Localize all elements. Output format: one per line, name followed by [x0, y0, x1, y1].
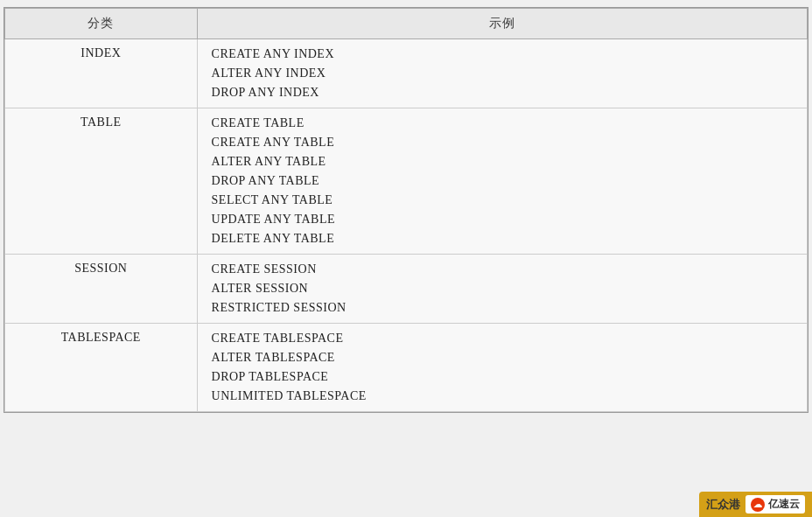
- table-row: INDEXCREATE ANY INDEXALTER ANY INDEXDROP…: [5, 39, 808, 108]
- example-cell: CREATE TABLESPACEALTER TABLESPACEDROP TA…: [197, 324, 807, 412]
- example-item: CREATE ANY TABLE: [212, 133, 793, 152]
- header-category: 分类: [5, 9, 198, 39]
- category-cell: TABLE: [5, 108, 198, 255]
- table-row: TABLECREATE TABLECREATE ANY TABLEALTER A…: [5, 108, 808, 255]
- category-cell: SESSION: [5, 255, 198, 324]
- main-table-container: 分类 示例 INDEXCREATE ANY INDEXALTER ANY IND…: [4, 7, 808, 413]
- example-cell: CREATE TABLECREATE ANY TABLEALTER ANY TA…: [197, 108, 807, 255]
- example-cell: CREATE SESSIONALTER SESSIONRESTRICTED SE…: [197, 255, 807, 324]
- table-row: TABLESPACECREATE TABLESPACEALTER TABLESP…: [5, 324, 808, 412]
- example-item: UPDATE ANY TABLE: [212, 210, 793, 229]
- watermark-logo-icon: ☁: [751, 498, 765, 512]
- example-item: SELECT ANY TABLE: [212, 191, 793, 210]
- example-cell: CREATE ANY INDEXALTER ANY INDEXDROP ANY …: [197, 39, 807, 108]
- example-item: DROP ANY INDEX: [212, 83, 793, 102]
- example-item: CREATE TABLESPACE: [212, 329, 793, 348]
- example-item: RESTRICTED SESSION: [212, 298, 793, 318]
- example-item: CREATE TABLE: [212, 114, 793, 133]
- example-item: ALTER SESSION: [212, 279, 793, 298]
- privileges-table: 分类 示例 INDEXCREATE ANY INDEXALTER ANY IND…: [4, 8, 808, 412]
- example-item: ALTER ANY INDEX: [212, 64, 793, 83]
- watermark-text: 汇众港: [706, 497, 740, 513]
- table-row: SESSIONCREATE SESSIONALTER SESSIONRESTRI…: [5, 255, 808, 324]
- header-example: 示例: [197, 9, 807, 39]
- category-cell: INDEX: [5, 39, 198, 108]
- example-item: CREATE ANY INDEX: [212, 45, 793, 64]
- example-item: ALTER TABLESPACE: [212, 348, 793, 367]
- watermark-logo: ☁ 亿速云: [746, 495, 805, 514]
- watermark-badge: 汇众港 ☁ 亿速云: [699, 492, 812, 517]
- example-item: DROP ANY TABLE: [212, 171, 793, 191]
- example-item: CREATE SESSION: [212, 260, 793, 279]
- example-item: UNLIMITED TABLESPACE: [212, 387, 793, 406]
- example-item: ALTER ANY TABLE: [212, 152, 793, 171]
- example-item: DELETE ANY TABLE: [212, 229, 793, 248]
- watermark-logo-text: 亿速云: [768, 497, 800, 512]
- example-item: DROP TABLESPACE: [212, 367, 793, 387]
- category-cell: TABLESPACE: [5, 324, 198, 412]
